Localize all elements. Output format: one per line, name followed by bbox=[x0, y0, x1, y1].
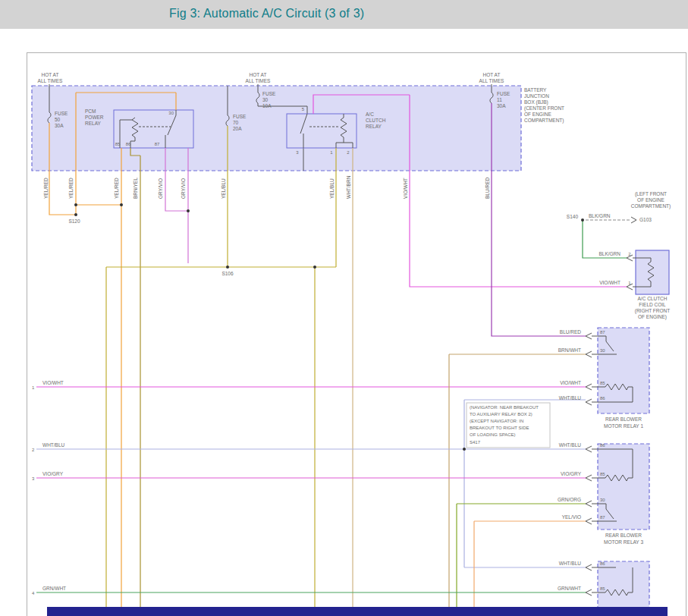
pcm-relay-name: PCM bbox=[85, 108, 96, 114]
wire-label-wht-brn: WHT/BRN bbox=[346, 175, 351, 199]
wire-label-yel-blu: YEL/BLU bbox=[221, 178, 226, 199]
relay4-pin-85: 85 bbox=[600, 586, 605, 591]
fuse-50-label: FUSE bbox=[55, 111, 68, 116]
connector-2-label: WHT/BLU bbox=[42, 442, 65, 448]
figure-title: Fig 3: Automatic A/C Circuit (3 of 3) bbox=[169, 7, 364, 20]
pcm-pin-30: 30 bbox=[168, 111, 174, 115]
ac-relay-name: CLUTCH bbox=[366, 118, 386, 123]
field-coil-name: (RIGHT FRONT bbox=[635, 308, 670, 314]
relay1-wire-vio-wht: VIO/WHT bbox=[560, 380, 581, 385]
wire-label-yel-red: YEL/RED bbox=[68, 178, 74, 199]
wire-label-yel-blu: YEL/BLU bbox=[329, 178, 335, 199]
hot-at-label-1b: ALL TIMES bbox=[38, 78, 64, 83]
g103-label: G103 bbox=[639, 217, 652, 222]
relay1-pin-85: 85 bbox=[600, 381, 605, 385]
splice-s417-label: S417 bbox=[470, 440, 481, 445]
wire-label-brn-yel: BRN/YEL bbox=[133, 178, 138, 199]
splice-s106-dot bbox=[226, 266, 229, 269]
field-coil-wire-vio-wht: VIO/WHT bbox=[599, 280, 620, 285]
junction-dot bbox=[313, 266, 316, 269]
relay1-box bbox=[598, 328, 649, 413]
bottom-panel-edge bbox=[47, 607, 668, 616]
relay1-wire-brn-wht: BRN/WHT bbox=[558, 347, 581, 353]
bjb-box bbox=[32, 86, 521, 171]
splice-s120-label: S120 bbox=[68, 218, 80, 224]
wire-label-yel-red: YEL/RED bbox=[114, 178, 119, 199]
hot-at-label-3: HOT AT bbox=[483, 72, 501, 77]
g103-wire-label: BLK/GRN bbox=[589, 213, 611, 218]
pcm-relay-name: RELAY bbox=[85, 121, 101, 126]
wire-label-gry-vio: GRY/VIO bbox=[181, 178, 186, 199]
note-line: (EXCEPT NAVIGATOR: IN bbox=[470, 419, 523, 423]
relay3-name: MOTOR RELAY 3 bbox=[604, 539, 643, 545]
wire-label-yel-red: YEL/RED bbox=[43, 178, 49, 199]
fuse-50-num: 50 bbox=[55, 117, 61, 122]
ground-location-note: (LEFT FRONT bbox=[635, 191, 667, 197]
splice-s120-dot bbox=[74, 213, 77, 216]
relay1-pin-30: 30 bbox=[600, 348, 605, 353]
relay4-wire-wht-blu: WHT/BLU bbox=[559, 561, 582, 566]
fuse-11-amps: 30A bbox=[497, 103, 506, 108]
navigator-note: (NAVIGATOR: NEAR BREAKOUT TO AUXILIARY R… bbox=[467, 403, 550, 448]
junction-dot bbox=[187, 209, 190, 212]
splice-s417-dot bbox=[463, 448, 466, 451]
field-coil-name: OF ENGINE) bbox=[638, 314, 667, 320]
splice-s106-label: S106 bbox=[221, 271, 234, 276]
pcm-relay-name: POWER bbox=[85, 115, 104, 120]
connector-4-label: GRN/WHT bbox=[42, 586, 66, 591]
bjb-note-line: JUNCTION bbox=[524, 93, 549, 99]
bjb-note-line: (CENTER FRONT bbox=[524, 105, 564, 112]
fuse-30-amps: 10A bbox=[262, 103, 272, 108]
relay1-wire-blu-red: BLU/RED bbox=[560, 329, 581, 335]
wire-label-vio-wht: VIO/WHT bbox=[403, 178, 408, 199]
pcm-pin-86: 86 bbox=[126, 142, 131, 146]
bjb-note-line: COMPARTMENT) bbox=[524, 118, 564, 124]
field-coil-name: FIELD COIL bbox=[639, 302, 666, 307]
title-bar: Fig 3: Automatic A/C Circuit (3 of 3) bbox=[0, 0, 688, 29]
note-line: TO AUXILIARY RELAY BOX 2) bbox=[470, 412, 532, 416]
bjb-note-line: OF ENGINE bbox=[524, 112, 551, 117]
note-line: OF LOADING SPACE) bbox=[470, 432, 516, 437]
fuse-50-amps: 30A bbox=[55, 123, 64, 128]
wiring-diagram: BATTERY JUNCTION BOX (BJB) (CENTER FRONT… bbox=[0, 29, 688, 616]
field-coil-box bbox=[636, 250, 669, 294]
relay3-wire-vio-gry: VIO/GRY bbox=[561, 471, 582, 476]
ground-location-note: OF ENGINE bbox=[637, 197, 664, 203]
fuse-70-label: FUSE bbox=[233, 114, 247, 119]
ac-relay-name: A/C bbox=[366, 112, 374, 117]
junction-dot bbox=[74, 203, 77, 206]
relay3-pin-30: 30 bbox=[600, 498, 605, 502]
pcm-pin-87: 87 bbox=[155, 142, 160, 146]
fuse-30-label: FUSE bbox=[262, 91, 276, 96]
connector-3-label: VIO/GRY bbox=[42, 471, 64, 476]
relay3-wire-wht-blu: WHT/BLU bbox=[559, 442, 582, 448]
field-coil-wire-blk-grn: BLK/GRN bbox=[598, 251, 620, 256]
fuse-30-num: 30 bbox=[262, 97, 269, 102]
relay4-wire-grn-wht: GRN/WHT bbox=[558, 586, 581, 591]
note-line: BREAKOUT TO RIGHT SIDE bbox=[470, 426, 529, 430]
hot-at-label-3b: ALL TIMES bbox=[479, 78, 505, 83]
ground-location-note: COMPARTMENT) bbox=[631, 203, 671, 209]
relay3-pin-86: 86 bbox=[600, 443, 605, 448]
pcm-pin-85: 85 bbox=[115, 142, 121, 146]
fuse-11-label: FUSE bbox=[497, 91, 511, 96]
relay3-wire-grn-org: GRN/ORG bbox=[558, 497, 581, 502]
relay3-name: REAR BLOWER bbox=[605, 533, 642, 538]
relay1-name: MOTOR RELAY 1 bbox=[604, 423, 643, 429]
field-coil-name: A/C CLUTCH bbox=[637, 296, 667, 301]
fuse-70-amps: 20A bbox=[233, 126, 242, 131]
relay3-wire-yel-vio: YEL/VIO bbox=[562, 514, 581, 520]
wire-label-blu-red: BLU/RED bbox=[485, 178, 490, 199]
relay1-name: REAR BLOWER bbox=[605, 416, 642, 422]
splice-s140-label: S140 bbox=[567, 214, 579, 219]
relay4-pin-86: 86 bbox=[600, 561, 605, 566]
fuse-70-num: 70 bbox=[233, 120, 239, 125]
relay3-pin-87: 87 bbox=[600, 515, 605, 520]
fuse-11-num: 11 bbox=[497, 97, 502, 102]
bjb-note-line: BOX (BJB) bbox=[524, 99, 548, 105]
relay1-pin-87: 87 bbox=[600, 330, 605, 335]
bjb-note-line: BATTERY bbox=[524, 87, 547, 93]
hot-at-label-1: HOT AT bbox=[42, 72, 59, 77]
ac-relay-name: RELAY bbox=[366, 124, 382, 129]
wire-label-gry-vio: GRY/VIO bbox=[158, 178, 163, 199]
